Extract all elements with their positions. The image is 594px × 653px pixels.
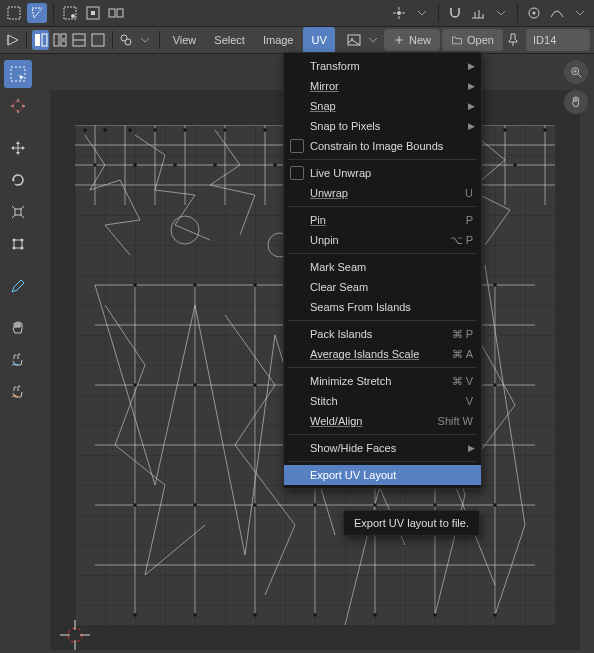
overlays-chevron[interactable] [137,30,154,50]
svg-point-19 [125,39,131,45]
svg-rect-12 [54,34,59,46]
svg-point-38 [263,128,267,132]
proportional-toggle[interactable] [524,3,544,23]
pan-icon[interactable] [564,90,588,114]
svg-point-7 [397,11,401,15]
sync-selection-icon[interactable] [4,3,24,23]
svg-point-45 [543,128,547,132]
svg-point-2 [71,14,75,18]
checkbox-icon [290,139,304,153]
shared-vertex-icon[interactable] [83,3,103,23]
svg-point-44 [503,128,507,132]
snap-type-icon[interactable] [468,3,488,23]
svg-point-56 [193,283,197,287]
snap-toggle[interactable] [445,3,465,23]
menu-snap[interactable]: Snap▶ [284,96,481,116]
svg-point-28 [13,247,16,250]
menu-mirror[interactable]: Mirror▶ [284,76,481,96]
svg-point-26 [13,239,16,242]
svg-point-36 [183,128,187,132]
display-mode-3[interactable] [70,30,87,50]
sticky-select-icon[interactable] [60,3,80,23]
overlays-icon[interactable] [118,30,135,50]
menu-transform[interactable]: Transform▶ [284,56,481,76]
tool-select-box[interactable] [4,60,32,88]
viewport-controls [564,60,588,114]
submenu-arrow-icon: ▶ [468,101,475,111]
tool-scale[interactable] [4,198,32,226]
svg-point-75 [493,503,497,507]
menu-unpin[interactable]: Unpin⌥ P [284,230,481,250]
snap-chevron[interactable] [491,3,511,23]
menu-mark-seam[interactable]: Mark Seam [284,257,481,277]
submenu-arrow-icon: ▶ [468,81,475,91]
svg-rect-5 [109,9,115,17]
tool-cursor[interactable] [4,92,32,120]
menu-clear-seam[interactable]: Clear Seam [284,277,481,297]
svg-point-47 [133,163,137,167]
menu-avg-scale[interactable]: Average Islands Scale⌘ A [284,344,481,364]
svg-rect-22 [11,67,25,81]
menu-min-stretch[interactable]: Minimize Stretch⌘ V [284,371,481,391]
menu-export-uv-layout[interactable]: Export UV Layout [284,465,481,485]
new-label: New [409,34,431,46]
pivot-chevron[interactable] [412,3,432,23]
tool-rotate[interactable] [4,166,32,194]
submenu-arrow-icon: ▶ [468,443,475,453]
menu-uv[interactable]: UV [303,27,334,53]
menu-unwrap[interactable]: UnwrapU [284,183,481,203]
vertex-select-mode[interactable] [27,3,47,23]
svg-point-81 [433,613,437,617]
tool-grab[interactable] [4,314,32,342]
svg-point-57 [253,283,257,287]
svg-point-61 [493,283,497,287]
svg-point-30 [171,216,199,244]
svg-point-69 [133,503,137,507]
checkbox-icon [290,166,304,180]
svg-point-77 [193,613,197,617]
svg-point-70 [193,503,197,507]
menu-pack-islands[interactable]: Pack Islands⌘ P [284,324,481,344]
pin-icon[interactable] [505,30,522,50]
new-image-button[interactable]: New [384,29,440,51]
menu-snap-pixels[interactable]: Snap to Pixels▶ [284,116,481,136]
tool-pinch[interactable] [4,378,32,406]
svg-point-74 [433,503,437,507]
display-mode-4[interactable] [89,30,106,50]
svg-point-32 [83,128,87,132]
image-browse-icon[interactable] [346,30,363,50]
tool-annotate[interactable] [4,272,32,300]
menu-constrain[interactable]: Constrain to Image Bounds [284,136,481,156]
svg-point-76 [133,613,137,617]
svg-point-37 [223,128,227,132]
tool-relax[interactable] [4,346,32,374]
menu-seams-islands[interactable]: Seams From Islands [284,297,481,317]
zoom-icon[interactable] [564,60,588,84]
svg-rect-13 [61,34,66,39]
menu-view[interactable]: View [165,27,205,53]
display-mode-1[interactable] [32,30,49,50]
menu-image[interactable]: Image [255,27,302,53]
falloff-icon[interactable] [547,3,567,23]
menu-show-hide[interactable]: Show/Hide Faces▶ [284,438,481,458]
svg-point-80 [373,613,377,617]
island-select-icon[interactable] [106,3,126,23]
tool-move[interactable] [4,134,32,162]
menu-live-unwrap[interactable]: Live Unwrap [284,163,481,183]
menu-pin[interactable]: PinP [284,210,481,230]
menu-select[interactable]: Select [206,27,253,53]
svg-rect-25 [14,240,22,248]
image-id-field[interactable]: ID14 [526,29,590,51]
open-image-button[interactable]: Open [442,29,503,51]
falloff-chevron[interactable] [570,3,590,23]
tool-transform[interactable] [4,230,32,258]
svg-point-23 [13,101,23,111]
image-browse-chevron[interactable] [365,30,382,50]
svg-point-46 [93,163,97,167]
uv-dropdown-menu: Transform▶ Mirror▶ Snap▶ Snap to Pixels▶… [283,52,482,489]
menu-stitch[interactable]: StitchV [284,391,481,411]
menu-weld-align[interactable]: Weld/AlignShift W [284,411,481,431]
display-mode-2[interactable] [51,30,68,50]
editor-type-icon[interactable] [4,30,21,50]
pivot-dropdown[interactable] [389,3,409,23]
